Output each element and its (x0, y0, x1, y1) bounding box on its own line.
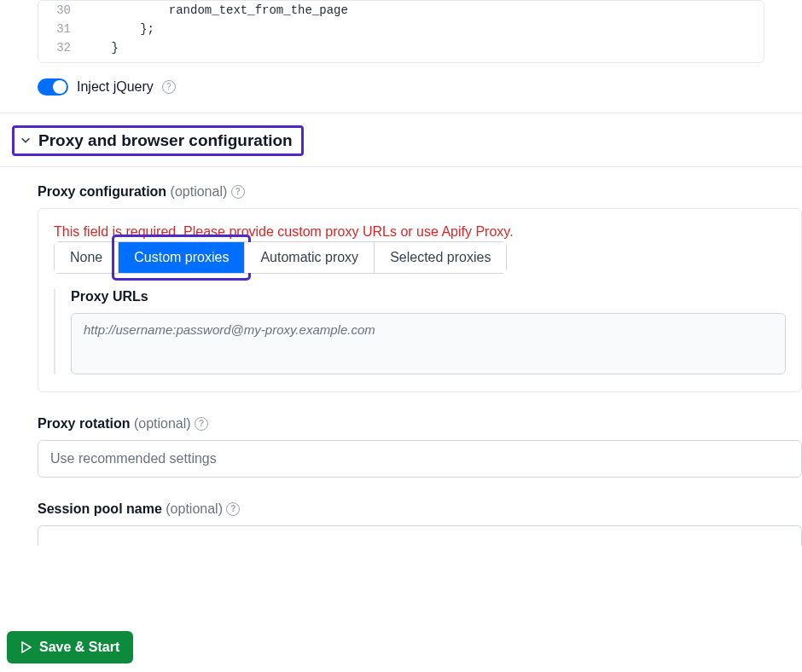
inject-jquery-toggle[interactable] (38, 78, 68, 96)
tab-custom-proxies[interactable]: Custom proxies (119, 242, 245, 273)
help-icon[interactable]: ? (226, 502, 240, 516)
section-title: Proxy and browser configuration (38, 131, 293, 150)
proxy-rotation-label: Proxy rotation (optional) ? (38, 416, 802, 432)
proxy-config-label: Proxy configuration (optional) ? (38, 184, 802, 200)
line-number: 32 (38, 38, 83, 57)
tab-selected-proxies[interactable]: Selected proxies (375, 242, 506, 273)
code-text: random_text_from_the_page (83, 1, 348, 20)
section-header-proxy[interactable]: Proxy and browser configuration (12, 125, 304, 156)
tab-automatic-proxy[interactable]: Automatic proxy (245, 242, 375, 273)
help-icon[interactable]: ? (231, 185, 245, 199)
save-and-start-button[interactable]: Save & Start (7, 631, 133, 663)
code-text: } (83, 38, 119, 57)
proxy-error-text: This field is required. Please provide c… (54, 224, 786, 240)
help-icon[interactable]: ? (195, 417, 208, 431)
svg-marker-0 (22, 642, 31, 652)
chevron-down-icon (20, 134, 32, 148)
session-pool-label: Session pool name (optional) ? (38, 501, 802, 517)
proxy-urls-panel: Proxy URLs http://username:password@my-p… (54, 289, 786, 374)
code-editor[interactable]: 30 random_text_from_the_page 31 }; 32 } (38, 0, 764, 63)
proxy-urls-input[interactable]: http://username:password@my-proxy.exampl… (71, 313, 786, 374)
code-line: 32 } (38, 38, 764, 57)
proxy-config-card: This field is required. Please provide c… (38, 208, 802, 392)
save-button-label: Save & Start (39, 640, 119, 655)
code-line: 30 random_text_from_the_page (38, 1, 764, 20)
session-pool-input[interactable] (38, 525, 802, 546)
proxy-rotation-select[interactable]: Use recommended settings (38, 440, 802, 478)
code-text: }; (83, 20, 154, 38)
proxy-urls-label: Proxy URLs (71, 289, 786, 304)
inject-jquery-row: Inject jQuery ? (0, 75, 802, 113)
help-icon[interactable]: ? (162, 80, 176, 94)
proxy-tab-group: None Custom proxies Automatic proxy Sele… (54, 241, 507, 274)
line-number: 30 (38, 1, 83, 20)
play-icon (20, 641, 32, 653)
inject-jquery-label: Inject jQuery (77, 79, 154, 95)
tab-none[interactable]: None (55, 242, 119, 273)
code-line: 31 }; (38, 20, 764, 38)
line-number: 31 (38, 20, 83, 38)
